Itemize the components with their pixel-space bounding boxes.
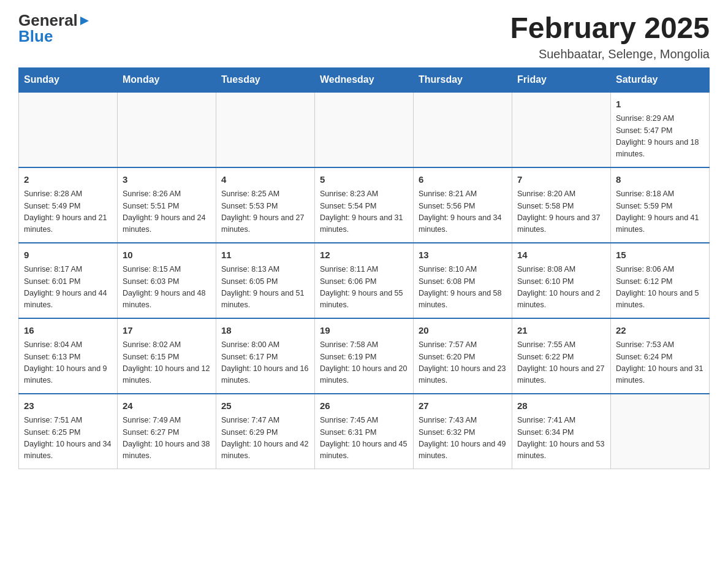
day-number: 6 bbox=[419, 173, 507, 187]
svg-marker-0 bbox=[80, 17, 89, 25]
calendar-cell: 12Sunrise: 8:11 AMSunset: 6:06 PMDayligh… bbox=[315, 243, 414, 318]
day-number: 1 bbox=[616, 98, 704, 112]
day-number: 14 bbox=[517, 248, 605, 262]
calendar-title: February 2025 bbox=[510, 12, 710, 45]
day-info: Sunrise: 8:25 AMSunset: 5:53 PMDaylight:… bbox=[221, 188, 309, 236]
day-info: Sunrise: 8:13 AMSunset: 6:05 PMDaylight:… bbox=[221, 264, 309, 312]
weekday-header-friday: Friday bbox=[512, 67, 611, 92]
calendar-cell: 18Sunrise: 8:00 AMSunset: 6:17 PMDayligh… bbox=[216, 318, 315, 394]
day-info: Sunrise: 7:47 AMSunset: 6:29 PMDaylight:… bbox=[221, 415, 309, 462]
calendar-subtitle: Suehbaatar, Selenge, Mongolia bbox=[510, 47, 710, 61]
week-row-5: 23Sunrise: 7:51 AMSunset: 6:25 PMDayligh… bbox=[19, 394, 710, 469]
calendar-cell: 2Sunrise: 8:28 AMSunset: 5:49 PMDaylight… bbox=[19, 167, 118, 243]
calendar-table: SundayMondayTuesdayWednesdayThursdayFrid… bbox=[18, 67, 710, 469]
page-header: General Blue February 2025 Suehbaatar, S… bbox=[18, 12, 710, 61]
calendar-cell bbox=[315, 92, 414, 167]
calendar-cell: 28Sunrise: 7:41 AMSunset: 6:34 PMDayligh… bbox=[512, 394, 611, 469]
day-number: 20 bbox=[419, 324, 507, 338]
day-number: 26 bbox=[320, 399, 408, 413]
calendar-cell: 19Sunrise: 7:58 AMSunset: 6:19 PMDayligh… bbox=[315, 318, 414, 394]
day-info: Sunrise: 8:17 AMSunset: 6:01 PMDaylight:… bbox=[24, 264, 112, 312]
day-number: 19 bbox=[320, 324, 408, 338]
day-number: 13 bbox=[419, 248, 507, 262]
calendar-cell: 8Sunrise: 8:18 AMSunset: 5:59 PMDaylight… bbox=[611, 167, 710, 243]
day-info: Sunrise: 8:02 AMSunset: 6:15 PMDaylight:… bbox=[123, 339, 211, 387]
day-info: Sunrise: 7:57 AMSunset: 6:20 PMDaylight:… bbox=[419, 339, 507, 387]
calendar-cell: 17Sunrise: 8:02 AMSunset: 6:15 PMDayligh… bbox=[118, 318, 216, 394]
day-info: Sunrise: 7:45 AMSunset: 6:31 PMDaylight:… bbox=[320, 415, 408, 462]
day-info: Sunrise: 8:06 AMSunset: 6:12 PMDaylight:… bbox=[616, 264, 704, 312]
calendar-cell: 3Sunrise: 8:26 AMSunset: 5:51 PMDaylight… bbox=[118, 167, 216, 243]
day-number: 4 bbox=[221, 173, 309, 187]
day-info: Sunrise: 7:58 AMSunset: 6:19 PMDaylight:… bbox=[320, 339, 408, 387]
calendar-cell: 7Sunrise: 8:20 AMSunset: 5:58 PMDaylight… bbox=[512, 167, 611, 243]
weekday-header-saturday: Saturday bbox=[611, 67, 710, 92]
calendar-cell: 27Sunrise: 7:43 AMSunset: 6:32 PMDayligh… bbox=[414, 394, 512, 469]
day-number: 24 bbox=[123, 399, 211, 413]
calendar-cell: 6Sunrise: 8:21 AMSunset: 5:56 PMDaylight… bbox=[414, 167, 512, 243]
week-row-1: 1Sunrise: 8:29 AMSunset: 5:47 PMDaylight… bbox=[19, 92, 710, 167]
day-info: Sunrise: 8:29 AMSunset: 5:47 PMDaylight:… bbox=[616, 113, 704, 161]
day-info: Sunrise: 7:49 AMSunset: 6:27 PMDaylight:… bbox=[123, 415, 211, 462]
calendar-cell: 26Sunrise: 7:45 AMSunset: 6:31 PMDayligh… bbox=[315, 394, 414, 469]
weekday-header-row: SundayMondayTuesdayWednesdayThursdayFrid… bbox=[19, 67, 710, 92]
calendar-cell: 16Sunrise: 8:04 AMSunset: 6:13 PMDayligh… bbox=[19, 318, 118, 394]
day-info: Sunrise: 8:04 AMSunset: 6:13 PMDaylight:… bbox=[24, 339, 112, 387]
day-info: Sunrise: 8:20 AMSunset: 5:58 PMDaylight:… bbox=[517, 188, 605, 236]
day-info: Sunrise: 7:43 AMSunset: 6:32 PMDaylight:… bbox=[419, 415, 507, 462]
day-number: 3 bbox=[123, 173, 211, 187]
day-number: 2 bbox=[24, 173, 112, 187]
day-number: 16 bbox=[24, 324, 112, 338]
day-info: Sunrise: 7:51 AMSunset: 6:25 PMDaylight:… bbox=[24, 415, 112, 462]
calendar-cell bbox=[19, 92, 118, 167]
day-number: 11 bbox=[221, 248, 309, 262]
calendar-cell: 15Sunrise: 8:06 AMSunset: 6:12 PMDayligh… bbox=[611, 243, 710, 318]
calendar-cell: 5Sunrise: 8:23 AMSunset: 5:54 PMDaylight… bbox=[315, 167, 414, 243]
week-row-3: 9Sunrise: 8:17 AMSunset: 6:01 PMDaylight… bbox=[19, 243, 710, 318]
day-info: Sunrise: 8:10 AMSunset: 6:08 PMDaylight:… bbox=[419, 264, 507, 312]
calendar-cell: 9Sunrise: 8:17 AMSunset: 6:01 PMDaylight… bbox=[19, 243, 118, 318]
day-number: 15 bbox=[616, 248, 704, 262]
day-number: 18 bbox=[221, 324, 309, 338]
calendar-cell: 22Sunrise: 7:53 AMSunset: 6:24 PMDayligh… bbox=[611, 318, 710, 394]
logo-general: General bbox=[18, 12, 78, 28]
day-number: 8 bbox=[616, 173, 704, 187]
day-info: Sunrise: 7:55 AMSunset: 6:22 PMDaylight:… bbox=[517, 339, 605, 387]
day-info: Sunrise: 8:28 AMSunset: 5:49 PMDaylight:… bbox=[24, 188, 112, 236]
title-section: February 2025 Suehbaatar, Selenge, Mongo… bbox=[510, 12, 710, 61]
day-number: 21 bbox=[517, 324, 605, 338]
day-number: 17 bbox=[123, 324, 211, 338]
weekday-header-wednesday: Wednesday bbox=[315, 67, 414, 92]
day-number: 22 bbox=[616, 324, 704, 338]
calendar-cell: 4Sunrise: 8:25 AMSunset: 5:53 PMDaylight… bbox=[216, 167, 315, 243]
day-number: 7 bbox=[517, 173, 605, 187]
calendar-cell: 13Sunrise: 8:10 AMSunset: 6:08 PMDayligh… bbox=[414, 243, 512, 318]
calendar-cell bbox=[118, 92, 216, 167]
calendar-cell: 25Sunrise: 7:47 AMSunset: 6:29 PMDayligh… bbox=[216, 394, 315, 469]
day-info: Sunrise: 8:18 AMSunset: 5:59 PMDaylight:… bbox=[616, 188, 704, 236]
calendar-cell: 10Sunrise: 8:15 AMSunset: 6:03 PMDayligh… bbox=[118, 243, 216, 318]
day-info: Sunrise: 8:21 AMSunset: 5:56 PMDaylight:… bbox=[419, 188, 507, 236]
day-info: Sunrise: 8:23 AMSunset: 5:54 PMDaylight:… bbox=[320, 188, 408, 236]
week-row-2: 2Sunrise: 8:28 AMSunset: 5:49 PMDaylight… bbox=[19, 167, 710, 243]
calendar-cell: 24Sunrise: 7:49 AMSunset: 6:27 PMDayligh… bbox=[118, 394, 216, 469]
day-number: 27 bbox=[419, 399, 507, 413]
day-info: Sunrise: 7:41 AMSunset: 6:34 PMDaylight:… bbox=[517, 415, 605, 462]
calendar-cell: 14Sunrise: 8:08 AMSunset: 6:10 PMDayligh… bbox=[512, 243, 611, 318]
calendar-cell bbox=[611, 394, 710, 469]
logo-triangle-icon bbox=[79, 15, 90, 26]
weekday-header-sunday: Sunday bbox=[19, 67, 118, 92]
calendar-cell: 23Sunrise: 7:51 AMSunset: 6:25 PMDayligh… bbox=[19, 394, 118, 469]
day-info: Sunrise: 8:11 AMSunset: 6:06 PMDaylight:… bbox=[320, 264, 408, 312]
weekday-header-thursday: Thursday bbox=[414, 67, 512, 92]
day-info: Sunrise: 8:00 AMSunset: 6:17 PMDaylight:… bbox=[221, 339, 309, 387]
day-number: 9 bbox=[24, 248, 112, 262]
calendar-cell bbox=[414, 92, 512, 167]
logo-blue: Blue bbox=[18, 28, 53, 44]
day-info: Sunrise: 7:53 AMSunset: 6:24 PMDaylight:… bbox=[616, 339, 704, 387]
weekday-header-monday: Monday bbox=[118, 67, 216, 92]
day-number: 28 bbox=[517, 399, 605, 413]
day-info: Sunrise: 8:15 AMSunset: 6:03 PMDaylight:… bbox=[123, 264, 211, 312]
day-number: 12 bbox=[320, 248, 408, 262]
weekday-header-tuesday: Tuesday bbox=[216, 67, 315, 92]
